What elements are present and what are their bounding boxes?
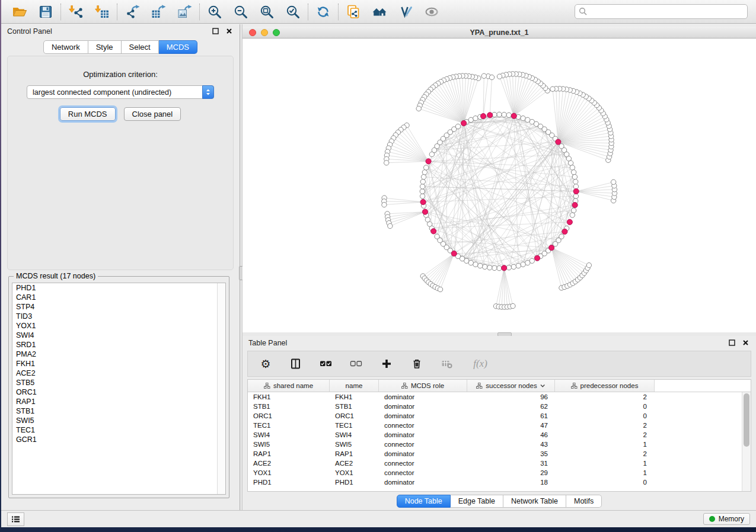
table-cell[interactable]: dominator [379, 402, 467, 411]
table-row[interactable]: ORC1ORC1dominator610 [248, 411, 742, 421]
tab-node-table[interactable]: Node Table [397, 495, 451, 508]
tab-select[interactable]: Select [122, 40, 159, 54]
table-cell[interactable]: connector [379, 440, 467, 449]
mcds-result-item[interactable]: SWI4 [12, 331, 225, 340]
table-cell[interactable]: RAP1 [248, 449, 330, 459]
table-cell[interactable]: 61 [467, 411, 555, 421]
table-cell[interactable]: FKH1 [330, 392, 379, 402]
zoom-in-button[interactable] [205, 2, 224, 21]
column-header-predecessor-nodes[interactable]: predecessor nodes [555, 380, 655, 392]
column-header-shared-name[interactable]: shared name [248, 380, 330, 392]
import-table-button[interactable] [92, 2, 111, 21]
table-cell[interactable] [655, 459, 742, 468]
table-cell[interactable]: 0 [555, 402, 655, 411]
table-cell[interactable]: 1 [555, 459, 655, 468]
table-cell[interactable]: connector [379, 468, 467, 477]
float-table-panel-button[interactable] [727, 339, 736, 347]
table-cell[interactable]: SWI5 [248, 440, 330, 449]
table-cell[interactable]: 35 [467, 449, 555, 459]
table-scrollbar-thumb[interactable] [744, 393, 749, 447]
table-cell[interactable]: dominator [379, 449, 467, 459]
table-row[interactable]: SWI5SWI5connector431 [248, 440, 742, 449]
show-all-button[interactable] [422, 2, 441, 21]
table-cell[interactable] [655, 468, 742, 477]
mcds-result-item[interactable]: STB1 [12, 406, 225, 416]
close-panel-button-mcds[interactable]: Close panel [124, 107, 181, 121]
table-cell[interactable]: STB1 [330, 402, 379, 411]
table-cell[interactable]: TEC1 [330, 421, 379, 430]
save-session-button[interactable] [36, 2, 55, 21]
run-mcds-button[interactable]: Run MCDS [60, 107, 116, 121]
mcds-result-item[interactable]: TEC1 [12, 425, 225, 435]
zoom-fit-button[interactable] [257, 2, 276, 21]
export-image-button[interactable] [175, 2, 194, 21]
table-cell[interactable]: SWI5 [330, 440, 379, 449]
tab-motifs[interactable]: Motifs [566, 495, 602, 508]
table-cell[interactable]: 31 [467, 459, 555, 468]
table-cell[interactable]: STB1 [248, 402, 330, 411]
table-cell[interactable]: 46 [467, 430, 555, 440]
zoom-out-button[interactable] [231, 2, 250, 21]
mcds-result-item[interactable]: PHD1 [12, 283, 225, 293]
table-cell[interactable]: ACE2 [330, 459, 379, 468]
tab-style[interactable]: Style [88, 40, 122, 54]
table-cell[interactable]: dominator [379, 392, 467, 402]
tab-network[interactable]: Network [43, 40, 88, 54]
column-header-name[interactable]: name [330, 380, 379, 392]
import-network-button[interactable] [66, 2, 85, 21]
table-cell[interactable]: 47 [467, 421, 555, 430]
tab-edge-table[interactable]: Edge Table [451, 495, 503, 508]
table-settings-button[interactable]: ⚙ [259, 357, 273, 371]
zoom-window-button[interactable] [273, 29, 280, 36]
table-scrollbar[interactable] [742, 392, 751, 491]
table-cell[interactable]: 2 [555, 449, 655, 459]
mcds-result-list[interactable]: PHD1CAR1STP4TID3YOX1SWI4SRD1PMA2FKH1ACE2… [12, 283, 226, 495]
table-cell[interactable]: 18 [467, 477, 555, 487]
table-cell[interactable] [655, 477, 742, 487]
table-cell[interactable]: 2 [555, 430, 655, 440]
clone-network-button[interactable] [344, 2, 363, 21]
delete-row-button[interactable] [410, 357, 424, 371]
deselect-all-button[interactable] [349, 357, 363, 371]
table-cell[interactable]: 62 [467, 402, 555, 411]
mcds-result-item[interactable]: ACE2 [12, 368, 225, 378]
close-table-panel-button[interactable] [741, 339, 750, 347]
table-cell[interactable] [655, 440, 742, 449]
export-network-button[interactable] [123, 2, 142, 21]
hide-selected-button[interactable] [396, 2, 415, 21]
show-columns-button[interactable] [289, 357, 303, 371]
table-row[interactable]: STB1STB1dominator620 [248, 402, 742, 411]
mcds-result-item[interactable]: STP4 [12, 302, 225, 312]
mcds-result-item[interactable]: SRD1 [12, 340, 225, 350]
tab-mcds[interactable]: MCDS [159, 40, 197, 54]
table-row[interactable]: FKH1FKH1dominator962 [248, 392, 742, 402]
export-table-button[interactable] [149, 2, 168, 21]
mcds-result-item[interactable]: ORC1 [12, 387, 225, 397]
table-cell[interactable] [655, 430, 742, 440]
table-cell[interactable]: PHD1 [248, 477, 330, 487]
select-all-button[interactable] [319, 357, 333, 371]
table-cell[interactable]: SWI4 [248, 430, 330, 440]
refresh-view-button[interactable] [314, 2, 333, 21]
table-cell[interactable] [655, 411, 742, 421]
criterion-select[interactable]: largest connected component (undirected) [27, 85, 214, 99]
memory-button[interactable]: Memory [703, 513, 750, 525]
table-cell[interactable]: YOX1 [330, 468, 379, 477]
table-cell[interactable]: connector [379, 459, 467, 468]
table-cell[interactable]: YOX1 [248, 468, 330, 477]
table-cell[interactable]: ORC1 [248, 411, 330, 421]
float-panel-button[interactable] [210, 27, 220, 36]
tab-network-table[interactable]: Network Table [503, 495, 566, 508]
table-cell[interactable]: SWI4 [330, 430, 379, 440]
table-cell[interactable] [655, 392, 742, 402]
add-row-button[interactable] [379, 357, 394, 371]
table-row[interactable]: RAP1RAP1dominator352 [248, 449, 742, 459]
table-cell[interactable]: 2 [555, 392, 655, 402]
column-header-mcds-role[interactable]: MCDS role [379, 380, 467, 392]
status-menu-button[interactable] [7, 512, 24, 526]
table-cell[interactable]: ORC1 [330, 411, 379, 421]
table-cell[interactable]: 1 [555, 468, 655, 477]
table-row[interactable]: SWI4SWI4dominator462 [248, 430, 742, 440]
mcds-result-item[interactable]: TID3 [12, 312, 225, 321]
close-window-button[interactable] [249, 29, 256, 36]
